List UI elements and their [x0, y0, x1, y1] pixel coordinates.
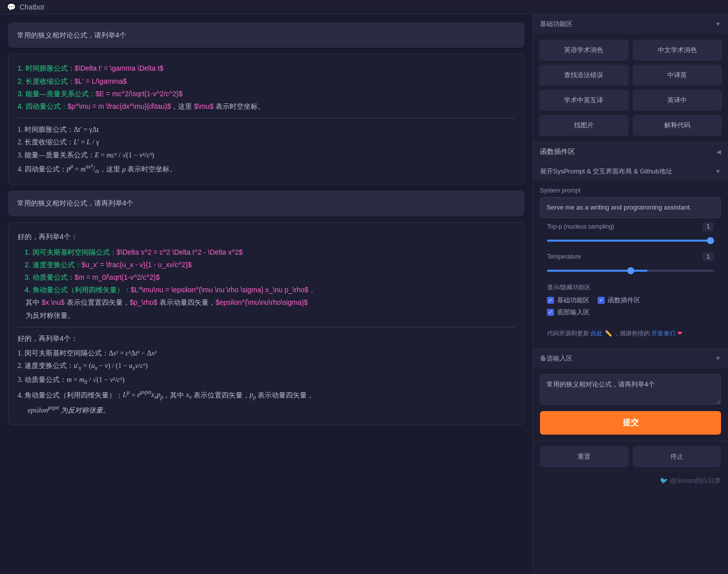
- chat-area[interactable]: 常用的狭义相对论公式，请列举4个 1. 时间膨胀公式：$\Delta t' = …: [0, 15, 532, 574]
- basic-functions-section: 基础功能区 ▼ 英语学术润色 中文学术润色 查找语法错误 中译英 学术中英互译 …: [533, 15, 728, 142]
- system-prompt-label: System prompt: [540, 187, 721, 194]
- sysprompt-content: System prompt Serve me as a writing and …: [533, 181, 728, 348]
- btn-cn-to-en[interactable]: 中译英: [633, 65, 722, 86]
- checkbox-plugin[interactable]: ✓: [598, 297, 605, 304]
- temperature-slider-container: [540, 263, 721, 278]
- footer-links: 代码开源和更新 此处 ✏️ ，感谢热情的 开发者们 ❤: [540, 325, 721, 342]
- main-layout: 常用的狭义相对论公式，请列举4个 1. 时间膨胀公式：$\Delta t' = …: [0, 15, 728, 574]
- top-p-value: 1: [702, 222, 714, 231]
- sysprompt-section: 展开SysPrompt & 交互界面布局 & Github地址 ▼ System…: [533, 162, 728, 349]
- footer-devs-link[interactable]: 开发者们: [651, 330, 675, 337]
- alt-input-arrow: ▼: [715, 355, 721, 362]
- assistant-message-1: 1. 时间膨胀公式：$\Delta t' = \gamma \Delta t$ …: [8, 54, 524, 184]
- top-p-slider[interactable]: [547, 240, 714, 242]
- heart-icon: ❤: [677, 330, 682, 337]
- sysprompt-header-title: 展开SysPrompt & 交互界面布局 & Github地址: [540, 167, 672, 176]
- footer-pencil: ✏️: [605, 330, 612, 337]
- toggle-row-2: ✓ 底部输入区: [547, 308, 714, 317]
- alt-input-section: 备选输入区 ▼ 常用的狭义相对论公式，请再列举4个 提交: [533, 349, 728, 441]
- checkbox-bottom-input[interactable]: ✓: [547, 309, 554, 316]
- bottom-buttons-row: 重置 停止: [533, 441, 728, 472]
- btn-grammar-check[interactable]: 查找语法错误: [539, 65, 629, 86]
- visibility-section: 显示/隐藏功能区 ✓ 基础功能区 ✓ 函数插件区 ✓: [540, 278, 721, 325]
- stop-button[interactable]: 停止: [633, 446, 721, 467]
- temperature-label: Temperature: [547, 253, 581, 260]
- top-p-slider-container: [540, 233, 721, 248]
- basic-functions-header[interactable]: 基础功能区 ▼: [533, 15, 728, 34]
- user-message-2: 常用的狭义相对论公式，请再列举4个: [8, 190, 524, 216]
- watermark: 🐦 @Simon的白日梦: [533, 472, 728, 489]
- basic-functions-grid: 英语学术润色 中文学术润色 查找语法错误 中译英 学术中英互译 英译中 找图片 …: [533, 34, 728, 142]
- sysprompt-arrow: ▼: [715, 168, 721, 175]
- alt-input-title: 备选输入区: [540, 354, 573, 363]
- basic-functions-title: 基础功能区: [540, 20, 573, 29]
- reset-button[interactable]: 重置: [540, 446, 629, 467]
- submit-button[interactable]: 提交: [540, 411, 721, 435]
- btn-academic-translate[interactable]: 学术中英互译: [539, 90, 629, 111]
- sysprompt-header[interactable]: 展开SysPrompt & 交互界面布局 & Github地址 ▼: [533, 162, 728, 181]
- btn-english-polish[interactable]: 英语学术润色: [539, 40, 629, 61]
- basic-functions-arrow: ▼: [715, 21, 721, 28]
- plugin-functions-section: 函数插件区 ◀: [533, 142, 728, 162]
- footer-link[interactable]: 此处: [591, 330, 603, 337]
- toggle-basic[interactable]: ✓ 基础功能区: [547, 296, 590, 305]
- top-p-row: Top-p (nucleus sampling) 1: [540, 218, 721, 233]
- toggle-plugin[interactable]: ✓ 函数插件区: [598, 296, 640, 305]
- toggle-bottom-input[interactable]: ✓ 底部输入区: [547, 308, 590, 317]
- top-bar: 💬 Chatbot: [0, 0, 728, 15]
- plugin-functions-header[interactable]: 函数插件区 ◀: [533, 142, 728, 161]
- footer-text1: 代码开源和更新: [547, 330, 589, 337]
- plugin-arrow: ◀: [716, 148, 721, 155]
- checkbox-basic[interactable]: ✓: [547, 297, 554, 304]
- alt-input-header[interactable]: 备选输入区 ▼: [533, 349, 728, 368]
- temperature-slider[interactable]: [547, 270, 714, 272]
- alt-input-textarea[interactable]: 常用的狭义相对论公式，请再列举4个: [540, 374, 721, 405]
- btn-explain-code[interactable]: 解释代码: [633, 115, 722, 136]
- chatbot-icon: 💬: [7, 3, 16, 11]
- app-title: Chatbot: [20, 3, 44, 11]
- btn-chinese-polish[interactable]: 中文学术润色: [633, 40, 722, 61]
- temperature-value: 1: [702, 252, 714, 261]
- assistant-message-2: 好的，再列举4个： 1. 闵可夫斯基时空间隔公式：$\Delta s^2 = c…: [8, 222, 524, 426]
- temperature-row: Temperature 1: [540, 248, 721, 263]
- system-prompt-value[interactable]: Serve me as a writing and programming as…: [540, 197, 721, 218]
- plugin-functions-title: 函数插件区: [540, 147, 575, 156]
- toggle-row-1: ✓ 基础功能区 ✓ 函数插件区: [547, 296, 714, 305]
- alt-input-content: 常用的狭义相对论公式，请再列举4个 提交: [533, 368, 728, 441]
- sidebar: 基础功能区 ▼ 英语学术润色 中文学术润色 查找语法错误 中译英 学术中英互译 …: [532, 15, 728, 574]
- btn-find-image[interactable]: 找图片: [539, 115, 629, 136]
- top-p-label: Top-p (nucleus sampling): [547, 223, 614, 230]
- footer-text2: ，感谢热情的: [614, 330, 650, 337]
- user-message-1: 常用的狭义相对论公式，请列举4个: [8, 23, 524, 48]
- btn-en-to-cn[interactable]: 英译中: [633, 90, 722, 111]
- visibility-label: 显示/隐藏功能区: [547, 283, 714, 292]
